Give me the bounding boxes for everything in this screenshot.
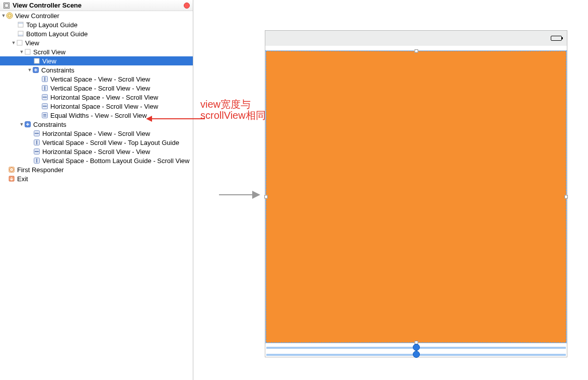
layout-guide-icon: [17, 21, 24, 28]
annotation-arrow-gray: [219, 194, 259, 195]
tree-label: Equal Widths - View - Scroll View: [50, 112, 147, 119]
annotation-line1: view宽度与: [200, 99, 266, 110]
resize-handle[interactable]: [264, 195, 268, 199]
disclosure-icon[interactable]: ▼: [19, 49, 24, 54]
disclosure-icon[interactable]: ▼: [19, 122, 24, 127]
selected-view[interactable]: [266, 51, 566, 343]
tree-row-constraints-inner[interactable]: ▼ Constraints: [0, 65, 193, 74]
annotation-arrow-red: [147, 118, 205, 119]
svg-rect-33: [9, 167, 14, 172]
tree-row-top-layout-guide[interactable]: Top Layout Guide: [0, 20, 193, 29]
equal-widths-constraint-icon: [41, 112, 48, 119]
battery-icon: [551, 36, 562, 41]
constraints-group-icon: [24, 121, 31, 128]
svg-point-2: [7, 13, 13, 19]
vertical-constraint-icon: [41, 85, 48, 92]
tree-label: View Controller: [15, 12, 59, 20]
vertical-constraint-icon: [41, 75, 48, 83]
status-bar: [265, 31, 567, 46]
tree-row-constraint[interactable]: Horizontal Space - Scroll View - View: [0, 102, 193, 111]
tree-label: Horizontal Space - View - Scroll View: [50, 94, 158, 101]
disclosure-icon[interactable]: ▼: [11, 40, 16, 45]
outline-title: View Controller Scene: [13, 2, 184, 9]
svg-rect-8: [17, 40, 22, 45]
tree-row-constraint[interactable]: Horizontal Space - View - Scroll View: [0, 93, 193, 102]
tree-label: View: [42, 57, 56, 65]
exit-icon: [8, 175, 15, 182]
tree-row-constraint[interactable]: Vertical Space - Scroll View - Top Layou…: [0, 138, 193, 147]
view-icon: [33, 57, 40, 64]
tree-label: First Responder: [17, 166, 63, 174]
svg-rect-1: [5, 4, 9, 7]
tree-label: Vertical Space - Scroll View - Top Layou…: [42, 139, 179, 146]
tree-row-root-view[interactable]: ▼ View: [0, 38, 193, 47]
horizontal-constraint-icon: [41, 94, 48, 101]
tree-row-constraint[interactable]: Vertical Space - Bottom Layout Guide - S…: [0, 156, 193, 165]
disclosure-icon[interactable]: ▼: [27, 67, 32, 72]
horizontal-constraint-icon: [33, 148, 40, 155]
tree-label: Vertical Space - Scroll View - View: [50, 85, 150, 92]
tree-row-bottom-layout-guide[interactable]: Bottom Layout Guide: [0, 29, 193, 38]
tree-label: Vertical Space - Bottom Layout Guide - S…: [42, 157, 189, 165]
tree-row-inner-view[interactable]: View: [0, 56, 193, 65]
tree-label: Constraints: [41, 66, 75, 74]
svg-rect-10: [34, 58, 39, 63]
tree-label: View: [25, 39, 39, 47]
tree-row-constraint[interactable]: Vertical Space - Scroll View - View: [0, 84, 193, 93]
tree-row-constraints-outer[interactable]: ▼ Constraints: [0, 120, 193, 129]
vertical-constraint-icon: [33, 139, 40, 146]
outline-header: View Controller Scene: [0, 0, 193, 11]
constraint-badge-icon[interactable]: [413, 351, 420, 358]
layout-guide-icon: [17, 30, 24, 37]
annotation-text: view宽度与 scrollView相同: [200, 99, 266, 121]
view-icon: [24, 48, 31, 55]
first-responder-icon: [8, 166, 15, 173]
tree-label: Horizontal Space - View - Scroll View: [42, 130, 150, 137]
resize-handle[interactable]: [414, 49, 418, 53]
tree-row-constraint[interactable]: Horizontal Space - View - Scroll View: [0, 129, 193, 138]
tree-label: Exit: [17, 175, 28, 183]
horizontal-constraint-icon: [41, 103, 48, 110]
tree-row-scroll-view[interactable]: ▼ Scroll View: [0, 47, 193, 56]
tree-row-first-responder[interactable]: First Responder: [0, 165, 193, 174]
disclosure-icon[interactable]: ▼: [1, 13, 6, 18]
view-controller-icon: [6, 12, 13, 19]
document-outline[interactable]: View Controller Scene ▼ View Controller …: [0, 0, 193, 380]
tree-label: Horizontal Space - Scroll View - View: [50, 103, 158, 110]
tree-row-exit[interactable]: Exit: [0, 174, 193, 183]
scene-icon: [3, 2, 10, 9]
tree-label: Constraints: [33, 121, 66, 128]
tree-label: Top Layout Guide: [26, 21, 78, 29]
constraints-group-icon: [32, 66, 39, 73]
tree-row-constraint[interactable]: Vertical Space - View - Scroll View: [0, 74, 193, 84]
resize-handle[interactable]: [564, 195, 568, 199]
constraint-badge-icon[interactable]: [413, 344, 420, 351]
horizontal-constraint-icon: [33, 130, 40, 137]
tree-label: Scroll View: [33, 48, 65, 56]
tree-row-view-controller[interactable]: ▼ View Controller: [0, 11, 193, 20]
tree-label: Bottom Layout Guide: [26, 30, 88, 38]
tree-label: Horizontal Space - Scroll View - View: [42, 148, 150, 156]
svg-rect-20: [42, 113, 48, 118]
device-canvas[interactable]: [265, 30, 567, 357]
tree-row-constraint[interactable]: Horizontal Space - Scroll View - View: [0, 147, 193, 156]
close-icon[interactable]: [184, 3, 190, 9]
vertical-constraint-icon: [33, 157, 40, 164]
annotation-line2: scrollView相同: [200, 110, 266, 121]
tree-label: Vertical Space - View - Scroll View: [50, 75, 150, 83]
svg-rect-9: [25, 49, 30, 54]
view-icon: [16, 39, 23, 46]
